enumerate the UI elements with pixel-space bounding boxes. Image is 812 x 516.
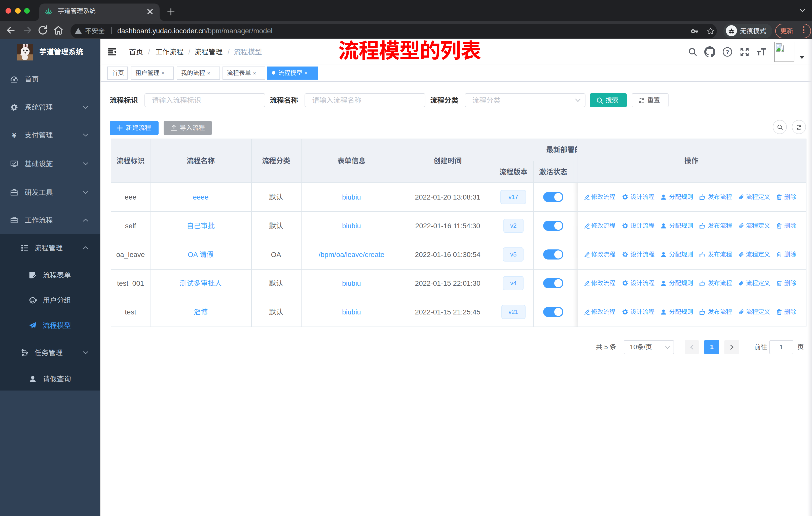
svg-text:¥: ¥ xyxy=(12,131,17,139)
svg-text:?: ? xyxy=(726,49,729,55)
